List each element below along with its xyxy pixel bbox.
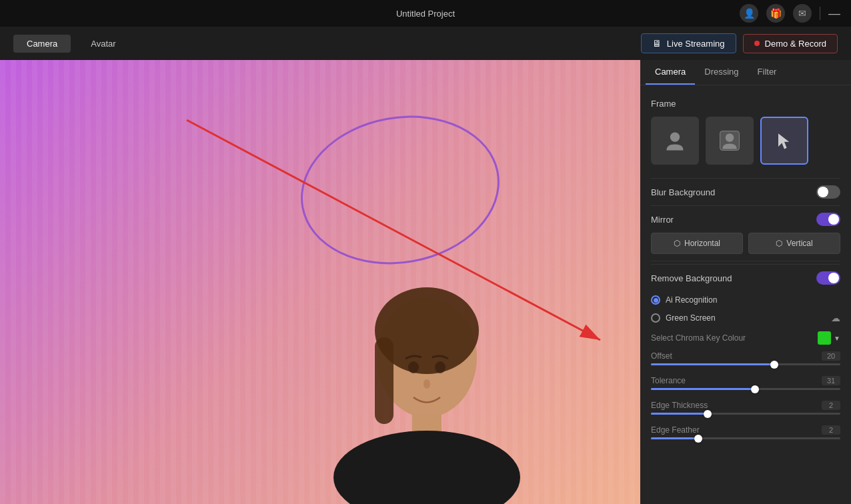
- frame-options: [651, 117, 840, 165]
- offset-thumb[interactable]: [770, 361, 778, 369]
- edge-thickness-fill: [651, 413, 708, 415]
- green-screen-label: Green Screen: [666, 313, 716, 323]
- frame-label: Frame: [651, 99, 840, 109]
- tolerance-label: Tolerance: [651, 376, 686, 385]
- record-dot-icon: [754, 41, 760, 46]
- svg-point-6: [333, 431, 520, 504]
- nav-tab-camera[interactable]: Camera: [13, 35, 71, 53]
- right-panel: Camera Dressing Filter Frame: [640, 60, 851, 504]
- tab-dressing[interactable]: Dressing: [695, 60, 748, 85]
- edge-thickness-thumb[interactable]: [704, 410, 712, 418]
- panel-tabs: Camera Dressing Filter: [640, 60, 851, 85]
- mirror-row: Mirror: [651, 213, 840, 226]
- direction-buttons: ⬡ Horizontal ⬡ Vertical: [651, 233, 840, 254]
- tab-camera[interactable]: Camera: [646, 60, 695, 85]
- frame-option-1[interactable]: [651, 117, 699, 165]
- svg-rect-4: [375, 337, 393, 424]
- demo-record-button[interactable]: Demo & Record: [743, 34, 838, 53]
- nav-tab-avatar[interactable]: Avatar: [77, 35, 129, 53]
- edge-thickness-value: 2: [822, 401, 840, 410]
- blur-background-row: Blur Background: [651, 178, 840, 205]
- tolerance-track[interactable]: [651, 388, 840, 390]
- chroma-color-swatch[interactable]: [818, 331, 831, 345]
- edge-feather-slider-row: Edge Feather 2: [651, 423, 840, 447]
- ai-recognition-radio[interactable]: [651, 295, 660, 305]
- live-streaming-button[interactable]: 🖥 Live Streaming: [641, 33, 736, 53]
- remove-background-row: Remove Background: [651, 264, 840, 291]
- remove-background-section: Remove Background Ai Recognition Green S…: [651, 261, 840, 447]
- blur-background-toggle[interactable]: [816, 185, 840, 199]
- svg-point-10: [670, 132, 680, 141]
- edge-feather-label: Edge Feather: [651, 425, 700, 435]
- close-button[interactable]: —: [828, 7, 840, 21]
- live-streaming-label: Live Streaming: [667, 39, 725, 49]
- mirror-toggle[interactable]: [816, 213, 840, 226]
- vertical-button[interactable]: ⬡ Vertical: [748, 233, 840, 254]
- edge-feather-fill: [651, 437, 698, 439]
- offset-slider-row: Offset 20: [651, 349, 840, 373]
- horizontal-icon: ⬡: [674, 239, 680, 248]
- offset-track[interactable]: [651, 363, 840, 365]
- offset-fill: [651, 363, 774, 365]
- edge-thickness-slider-row: Edge Thickness 2: [651, 398, 840, 423]
- tolerance-slider-row: Tolerance 31: [651, 373, 840, 398]
- nav-bar: Camera Avatar 🖥 Live Streaming Demo & Re…: [0, 27, 851, 60]
- svg-point-12: [726, 133, 734, 142]
- offset-label: Offset: [651, 351, 672, 361]
- ai-recognition-label: Ai Recognition: [666, 295, 717, 305]
- svg-point-9: [423, 379, 430, 389]
- demo-record-label: Demo & Record: [765, 39, 826, 49]
- tolerance-thumb[interactable]: [751, 385, 759, 393]
- green-screen-row: Green Screen ☁: [651, 309, 840, 327]
- chroma-key-label: Select Chroma Key Colour: [651, 333, 746, 343]
- person-silhouette: [320, 237, 534, 504]
- mail-icon[interactable]: ✉: [793, 4, 812, 23]
- svg-point-8: [435, 361, 446, 373]
- svg-point-7: [408, 361, 419, 373]
- camera-view: [0, 60, 640, 504]
- app-title: Untitled Project: [396, 9, 455, 19]
- vertical-label: Vertical: [786, 239, 812, 248]
- frame-option-2[interactable]: [706, 117, 754, 165]
- divider: [820, 7, 820, 20]
- main-content: Camera Dressing Filter Frame: [0, 60, 851, 504]
- horizontal-button[interactable]: ⬡ Horizontal: [651, 233, 743, 254]
- chroma-selector[interactable]: ▼: [818, 331, 840, 345]
- tolerance-value: 31: [822, 376, 840, 385]
- edge-thickness-track[interactable]: [651, 413, 840, 415]
- vertical-icon: ⬡: [776, 239, 782, 248]
- horizontal-label: Horizontal: [684, 239, 720, 248]
- chroma-dropdown-icon[interactable]: ▼: [834, 335, 840, 342]
- remove-background-toggle[interactable]: [816, 271, 840, 285]
- mirror-section: Mirror ⬡ Horizontal ⬡ Vertical: [651, 205, 840, 261]
- blur-background-label: Blur Background: [651, 187, 715, 197]
- tab-filter[interactable]: Filter: [748, 60, 786, 85]
- ai-recognition-row: Ai Recognition: [651, 291, 840, 309]
- green-screen-radio[interactable]: [651, 313, 660, 323]
- offset-value: 20: [822, 351, 840, 361]
- frame-section: Frame: [651, 96, 840, 178]
- cloud-icon: ☁: [831, 313, 840, 323]
- edge-feather-value: 2: [822, 425, 840, 435]
- chroma-key-row: Select Chroma Key Colour ▼: [651, 327, 840, 349]
- mirror-label: Mirror: [651, 215, 674, 225]
- camera-background: [0, 60, 640, 504]
- monitor-icon: 🖥: [652, 38, 662, 49]
- edge-feather-track[interactable]: [651, 437, 840, 439]
- panel-body: Frame: [640, 85, 851, 458]
- remove-background-label: Remove Background: [651, 273, 732, 283]
- tolerance-fill: [651, 388, 755, 390]
- edge-thickness-label: Edge Thickness: [651, 401, 708, 410]
- title-bar-icons: 👤 🎁 ✉ —: [740, 4, 840, 23]
- user-icon[interactable]: 👤: [740, 4, 758, 23]
- frame-option-3[interactable]: [760, 117, 808, 165]
- gift-icon[interactable]: 🎁: [766, 4, 785, 23]
- edge-feather-thumb[interactable]: [694, 435, 702, 443]
- title-bar: Untitled Project 👤 🎁 ✉ —: [0, 0, 851, 27]
